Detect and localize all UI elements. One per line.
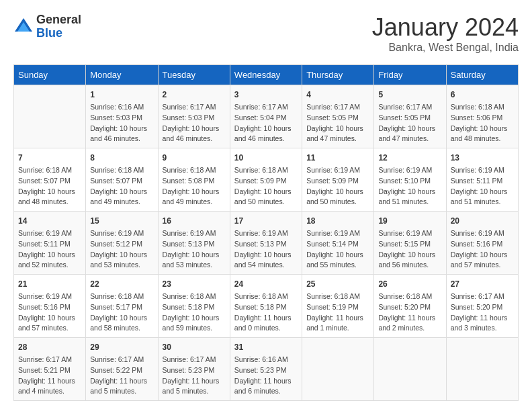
day-info: and 52 minutes.: [18, 260, 81, 271]
day-info: Daylight: 10 hours: [451, 124, 514, 134]
day-number: 23: [163, 278, 226, 290]
day-info: Sunrise: 6:18 AM: [90, 165, 153, 176]
calendar-table: SundayMondayTuesdayWednesdayThursdayFrid…: [13, 64, 519, 401]
day-number: 30: [163, 341, 226, 353]
day-info: Sunset: 5:13 PM: [163, 239, 226, 250]
day-info: and 47 minutes.: [378, 134, 441, 144]
day-number: 12: [378, 152, 441, 164]
day-info: Sunset: 5:16 PM: [18, 302, 81, 313]
day-info: Sunrise: 6:19 AM: [306, 228, 369, 239]
day-number: 5: [378, 89, 441, 101]
day-info: and 57 minutes.: [451, 260, 514, 271]
header-saturday: Saturday: [446, 65, 518, 85]
calendar-cell: 1Sunrise: 6:16 AMSunset: 5:03 PMDaylight…: [86, 85, 158, 148]
day-number: 4: [306, 89, 369, 101]
day-info: Daylight: 10 hours: [234, 124, 298, 134]
day-info: Daylight: 11 hours: [234, 376, 298, 387]
day-info: Sunrise: 6:19 AM: [18, 291, 81, 302]
day-info: Sunrise: 6:18 AM: [378, 291, 441, 302]
week-row-4: 21Sunrise: 6:19 AMSunset: 5:16 PMDayligh…: [14, 275, 519, 338]
day-info: Sunrise: 6:17 AM: [234, 102, 298, 113]
day-info: and 56 minutes.: [378, 260, 441, 271]
day-info: Daylight: 10 hours: [306, 124, 369, 134]
day-info: Sunset: 5:17 PM: [90, 302, 153, 313]
calendar-cell: 27Sunrise: 6:17 AMSunset: 5:20 PMDayligh…: [446, 275, 518, 338]
day-info: Sunset: 5:03 PM: [163, 113, 226, 124]
day-info: Sunset: 5:05 PM: [306, 113, 369, 124]
day-info: and 0 minutes.: [234, 323, 298, 334]
day-number: 2: [163, 89, 226, 101]
day-info: Daylight: 10 hours: [90, 187, 153, 197]
calendar-cell: 31Sunrise: 6:16 AMSunset: 5:23 PMDayligh…: [230, 338, 302, 401]
day-info: Sunrise: 6:17 AM: [163, 102, 226, 113]
header-monday: Monday: [86, 65, 158, 85]
day-number: 7: [18, 152, 81, 164]
day-info: Sunset: 5:22 PM: [90, 365, 153, 376]
day-info: Sunset: 5:21 PM: [18, 365, 81, 376]
day-info: Sunrise: 6:17 AM: [306, 102, 369, 113]
day-number: 11: [306, 152, 369, 164]
day-info: Sunrise: 6:18 AM: [163, 165, 226, 176]
day-info: Sunrise: 6:17 AM: [378, 102, 441, 113]
calendar-cell: 9Sunrise: 6:18 AMSunset: 5:08 PMDaylight…: [158, 148, 230, 212]
day-info: Daylight: 11 hours: [234, 313, 298, 324]
calendar-body: 1Sunrise: 6:16 AMSunset: 5:03 PMDaylight…: [14, 85, 519, 401]
calendar-cell: 17Sunrise: 6:19 AMSunset: 5:13 PMDayligh…: [230, 212, 302, 275]
day-info: Daylight: 10 hours: [18, 250, 81, 261]
day-info: Sunset: 5:11 PM: [18, 239, 81, 250]
day-info: and 6 minutes.: [234, 386, 298, 397]
header-sunday: Sunday: [14, 65, 86, 85]
calendar-header: SundayMondayTuesdayWednesdayThursdayFrid…: [14, 65, 519, 85]
calendar-cell: 19Sunrise: 6:19 AMSunset: 5:15 PMDayligh…: [374, 212, 446, 275]
day-info: Sunset: 5:18 PM: [234, 302, 298, 313]
day-info: Daylight: 10 hours: [163, 250, 226, 261]
day-info: Daylight: 11 hours: [378, 313, 441, 324]
day-number: 22: [90, 278, 153, 290]
calendar-cell: 26Sunrise: 6:18 AMSunset: 5:20 PMDayligh…: [374, 275, 446, 338]
page-header: General Blue January 2024 Bankra, West B…: [13, 13, 519, 54]
calendar-cell: [446, 338, 518, 401]
day-info: Sunset: 5:07 PM: [18, 176, 81, 187]
week-row-5: 28Sunrise: 6:17 AMSunset: 5:21 PMDayligh…: [14, 338, 519, 401]
calendar-cell: 24Sunrise: 6:18 AMSunset: 5:18 PMDayligh…: [230, 275, 302, 338]
calendar-cell: 3Sunrise: 6:17 AMSunset: 5:04 PMDaylight…: [230, 85, 302, 148]
day-info: and 48 minutes.: [18, 197, 81, 208]
day-info: Daylight: 10 hours: [378, 124, 441, 134]
day-number: 16: [163, 215, 226, 227]
subtitle: Bankra, West Bengal, India: [372, 42, 519, 54]
day-info: Sunrise: 6:19 AM: [378, 228, 441, 239]
logo-general: General: [36, 13, 81, 27]
day-number: 29: [90, 341, 153, 353]
calendar-cell: 7Sunrise: 6:18 AMSunset: 5:07 PMDaylight…: [14, 148, 86, 212]
day-info: and 5 minutes.: [90, 386, 153, 397]
day-info: Daylight: 10 hours: [378, 250, 441, 261]
calendar-cell: 25Sunrise: 6:18 AMSunset: 5:19 PMDayligh…: [302, 275, 374, 338]
header-friday: Friday: [374, 65, 446, 85]
logo: General Blue: [13, 13, 81, 40]
day-info: Daylight: 10 hours: [90, 124, 153, 134]
calendar-cell: 23Sunrise: 6:18 AMSunset: 5:18 PMDayligh…: [158, 275, 230, 338]
day-info: Sunrise: 6:18 AM: [18, 165, 81, 176]
calendar-cell: 21Sunrise: 6:19 AMSunset: 5:16 PMDayligh…: [14, 275, 86, 338]
header-tuesday: Tuesday: [158, 65, 230, 85]
day-info: Sunset: 5:12 PM: [90, 239, 153, 250]
calendar-cell: 10Sunrise: 6:18 AMSunset: 5:09 PMDayligh…: [230, 148, 302, 212]
calendar-cell: 20Sunrise: 6:19 AMSunset: 5:16 PMDayligh…: [446, 212, 518, 275]
day-info: Daylight: 10 hours: [451, 187, 514, 197]
day-info: Daylight: 10 hours: [378, 187, 441, 197]
day-number: 25: [306, 278, 369, 290]
day-info: and 54 minutes.: [234, 260, 298, 271]
day-info: and 3 minutes.: [451, 323, 514, 334]
day-info: Sunset: 5:18 PM: [163, 302, 226, 313]
day-info: Sunset: 5:05 PM: [378, 113, 441, 124]
day-info: Daylight: 10 hours: [451, 250, 514, 261]
day-info: Sunset: 5:14 PM: [306, 239, 369, 250]
day-info: Daylight: 11 hours: [306, 313, 369, 324]
day-info: and 5 minutes.: [163, 386, 226, 397]
day-info: and 50 minutes.: [234, 197, 298, 208]
day-info: and 47 minutes.: [306, 134, 369, 144]
calendar-cell: 29Sunrise: 6:17 AMSunset: 5:22 PMDayligh…: [86, 338, 158, 401]
calendar-cell: 12Sunrise: 6:19 AMSunset: 5:10 PMDayligh…: [374, 148, 446, 212]
day-info: Daylight: 10 hours: [18, 187, 81, 197]
day-info: Sunrise: 6:16 AM: [90, 102, 153, 113]
